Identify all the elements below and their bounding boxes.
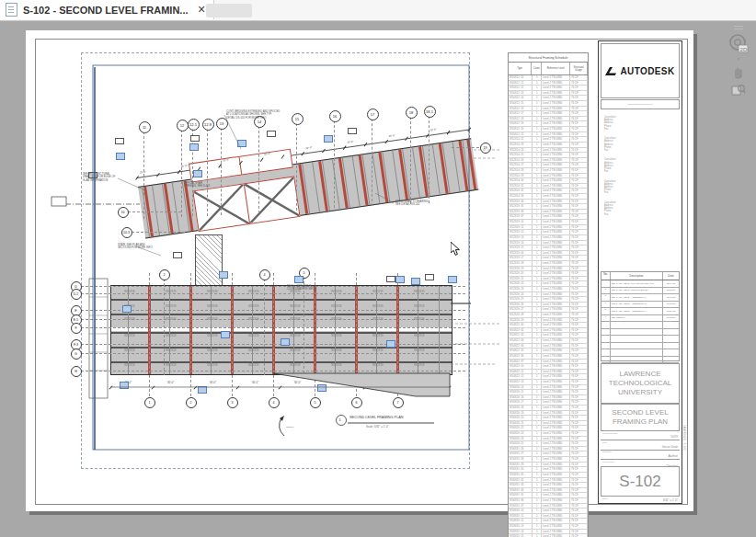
schedule-cell-type: W12X14: 31 [509, 184, 533, 189]
schedule-cell-usage: 76 CF [570, 235, 588, 240]
schedule-cell-type: W18X35: 10 [509, 508, 533, 513]
revision-desc: BID PACKAGE B - DESIGN DEVEL [611, 288, 663, 294]
schedule-cell-ref: Level 2 TW 4880 [542, 411, 570, 416]
schedule-cell-usage: 76 CF [570, 437, 588, 441]
section-tag-blue [193, 170, 202, 177]
schedule-cell-count: 1 [533, 441, 542, 446]
revision-desc [611, 322, 663, 328]
revision-row-empty [601, 329, 679, 337]
beam-label: W12X19 [248, 304, 259, 308]
schedule-cell-count: 1 [533, 107, 542, 111]
schedule-cell-count: 1 [533, 158, 542, 163]
navbar-grip[interactable] [734, 26, 743, 29]
schedule-cell-count: 1 [533, 348, 542, 353]
beam-label: W12X19 [166, 348, 177, 352]
schedule-cell-ref: Level 2 TW 4880 [542, 204, 570, 209]
grid-line [429, 116, 430, 203]
schedule-cell-count: 1 [533, 178, 542, 183]
tab-close-icon[interactable]: ✕ [198, 4, 206, 16]
schedule-cell-usage: 76 CF [570, 174, 588, 178]
schedule-cell-ref: Level 2 TW 4880 [542, 107, 570, 111]
schedule-cell-count: 1 [533, 344, 542, 348]
schedule-cell-usage: 76 CF [570, 457, 588, 462]
plan-note: STEEL BEAM TO BEARINGSEE DETAIL 3/S-502 [395, 200, 428, 207]
schedule-cell-ref: Level 2 TW 4880 [542, 463, 570, 467]
schedule-cell-count: 1 [533, 235, 542, 240]
schedule-cell-type: W10X12: 15 [509, 101, 533, 106]
beam-label: W12X19 [166, 304, 177, 308]
schedule-cell-count: 1 [533, 297, 542, 302]
schedule-cell-ref: Level 2 TW 4880 [542, 235, 570, 240]
schedule-cell-type: W14X22: 32 [509, 333, 533, 337]
schedule-cell-type: W14X22: 35 [509, 348, 533, 353]
schedule-cell-count: 1 [533, 364, 542, 369]
schedule-cell-usage: 76 CF [570, 431, 588, 436]
schedule-cell-ref: Level 2 TW 4880 [542, 158, 570, 163]
pan-hand-icon[interactable] [731, 64, 746, 79]
dimension-text: 30'-0" [421, 381, 428, 384]
schedule-cell-type: W16X31: 27 [509, 451, 533, 456]
schedule-cell-type: W14X22: 30 [509, 323, 533, 327]
consultant-group: ConsultantAddressAddressPhoneFax [604, 201, 680, 216]
view-title: SECOND LEVEL FRAMING PLAN [349, 416, 404, 419]
elevation-tag [190, 135, 200, 142]
grid-bubble-bottom: 3 [227, 397, 238, 408]
schedule-cell-ref: Level 2 TW 4880 [542, 297, 570, 302]
revision-no: 2 [601, 288, 611, 294]
schedule-cell-type: W18X35: 14 [509, 530, 533, 534]
zoom-window-icon[interactable] [731, 83, 746, 97]
schedule-cell-usage: 76 CF [570, 348, 588, 353]
revision-row-empty [601, 357, 679, 364]
grid-bubble-top: 12 [177, 120, 189, 131]
schedule-cell-usage: 76 CF [570, 241, 588, 246]
steering-wheel-2d-icon[interactable]: 2D [728, 33, 749, 53]
revision-no: 5 [601, 308, 611, 314]
revision-no: 6 [601, 315, 611, 322]
schedule-cell-usage: 76 CF [570, 426, 588, 430]
schedule-cell-usage: 76 CF [570, 473, 588, 477]
schedule-cell-type: W16X26: 18 [509, 406, 533, 410]
schedule-cell-ref: Level 2 TW 4880 [542, 421, 570, 426]
schedule-cell-type: W16X26: 19 [509, 411, 533, 416]
view-tab-s102[interactable]: S-102 - SECOND LEVEL FRAMIN... ✕ [0, 0, 214, 19]
schedule-cell-count: 1 [533, 370, 542, 374]
schedule-cell-count: 1 [533, 431, 542, 436]
schedule-cell-ref: Level 2 TW 4880 [542, 148, 570, 153]
schedule-cell-count: 1 [533, 447, 542, 451]
schedule-cell-ref: Level 2 TW 4880 [542, 241, 570, 246]
schedule-cell-usage: 76 CF [570, 338, 588, 343]
revision-no [601, 322, 611, 328]
revision-row: 5BID PACKAGE B - ADDENDUM 306/29/18 [601, 308, 679, 315]
schedule-cell-count: 1 [533, 148, 542, 153]
revision-date: 05/18/18 [663, 289, 679, 291]
schedule-cell-usage: 76 CF [570, 256, 588, 260]
schedule-cell-type: W12X26: 20 [509, 271, 533, 276]
schedule-cell-usage: 76 CF [570, 261, 588, 266]
schedule-cell-ref: Level 2 TW 4880 [542, 189, 570, 193]
chevron-down-icon[interactable]: ▾ [737, 57, 739, 61]
schedule-cell-count: 1 [533, 498, 542, 503]
schedule-cell-usage: 76 CF [570, 96, 588, 100]
consultant-line: Fax [604, 128, 680, 131]
schedule-cell-count: 1 [533, 184, 542, 189]
schedule-cell-ref: Level 2 TW 4880 [542, 121, 570, 126]
scale-row: Scale 3/32" = 1'-0" [601, 496, 680, 502]
schedule-cell-usage: 76 CF [570, 307, 588, 312]
schedule-cell-usage: 76 CF [570, 380, 588, 384]
schedule-cell-ref: Level 2 TW 4880 [542, 370, 570, 374]
section-tag-blue [120, 382, 129, 389]
schedule-cell-ref: Level 2 TW 4880 [542, 194, 570, 199]
schedule-cell-type: W12X26: 24 [509, 292, 533, 297]
schedule-cell-ref: Level 2 TW 4880 [542, 214, 570, 219]
schedule-cell-type: W12X26: 23 [509, 287, 533, 291]
schedule-cell-ref: Level 2 TW 4880 [542, 137, 570, 142]
elevation-tag [425, 274, 434, 280]
schedule-cell-ref: Level 2 TW 4880 [542, 338, 570, 343]
schedule-cell-count: 1 [533, 132, 542, 137]
schedule-cell-usage: 76 CF [570, 204, 588, 209]
schedule-cell-usage: 76 CF [570, 143, 588, 147]
schedule-cell-count: 1 [533, 406, 542, 410]
revision-row: 4BID PACKAGE B - ADDENDUM 206/15/18 [601, 302, 679, 309]
schedule-cell-usage: 76 CF [570, 411, 588, 416]
drawing-canvas[interactable]: 20'-0"20'-0"20'-0"20'-0"20'-0"20'-0"20'-… [0, 20, 756, 537]
